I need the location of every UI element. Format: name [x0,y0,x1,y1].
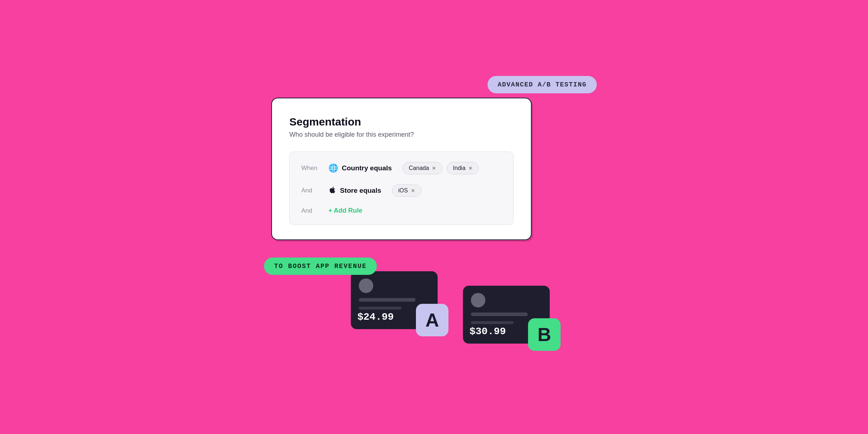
condition-text-store: Store equals [340,187,381,195]
tag-canada[interactable]: Canada ✕ [403,162,442,174]
tag-india-close[interactable]: ✕ [468,166,473,171]
rule-row-store: And Store equals iOS ✕ [301,184,502,197]
tag-canada-close[interactable]: ✕ [432,166,436,171]
tag-ios-label: iOS [398,187,408,194]
rule-label-and2: And [301,207,321,214]
advanced-badge: ADVANCED A/B TESTING [488,76,597,93]
country-tags: Canada ✕ India ✕ [403,162,479,174]
price-label-a: $24.99 [357,311,394,323]
rule-condition-store: Store equals [328,186,381,196]
add-rule-label: + Add Rule [328,207,362,214]
rules-container: When 🌐 Country equals Canada ✕ India ✕ [289,152,514,225]
variant-a-label: A [425,309,439,331]
condition-text-country: Country equals [342,164,392,172]
dark-card-b-line2 [471,321,514,324]
rule-row-add: And + Add Rule [301,207,502,214]
card-subtitle: Who should be eligible for this experime… [289,131,514,139]
tag-ios-close[interactable]: ✕ [411,188,415,193]
price-card-a: $24.99 A [351,271,438,329]
segmentation-card: Segmentation Who should be eligible for … [271,98,532,240]
main-scene: ADVANCED A/B TESTING Segmentation Who sh… [271,76,597,358]
boost-badge: TO BOOST APP REVENUE [264,258,377,275]
apple-icon [328,186,336,196]
rule-condition-country: 🌐 Country equals [328,163,392,173]
rule-label-and1: And [301,187,321,194]
dark-card-b-line1 [471,312,528,316]
dark-card-a-line1 [359,298,416,302]
boost-badge-text: TO BOOST APP REVENUE [274,263,367,270]
dark-card-b-avatar [471,293,485,307]
tag-canada-label: Canada [409,165,429,171]
variant-b-label: B [537,324,551,345]
dark-card-a-avatar [359,278,373,293]
tag-india[interactable]: India ✕ [447,162,479,174]
add-rule-button[interactable]: + Add Rule [328,207,362,214]
card-title: Segmentation [289,116,514,128]
advanced-badge-text: ADVANCED A/B TESTING [498,81,587,88]
price-card-b-wrapper: $30.99 B [463,286,550,344]
variant-badge-a: A [416,304,448,336]
price-card-b: $30.99 B [463,286,550,344]
tag-india-label: India [453,165,465,171]
dark-card-a-line2 [359,307,401,310]
rule-row-country: When 🌐 Country equals Canada ✕ India ✕ [301,162,502,174]
globe-icon: 🌐 [328,163,338,173]
tag-ios[interactable]: iOS ✕ [392,184,421,197]
price-label-b: $30.99 [469,326,506,337]
price-card-a-wrapper: $24.99 A [351,271,438,329]
variant-badge-b: B [528,318,561,351]
store-tags: iOS ✕ [392,184,421,197]
rule-label-when: When [301,165,321,172]
